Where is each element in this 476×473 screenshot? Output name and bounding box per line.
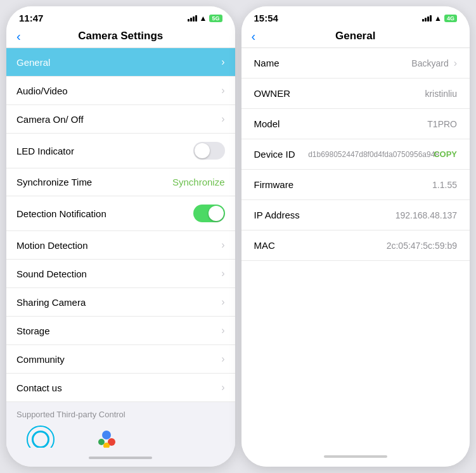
menu-item-general[interactable]: General › [6, 48, 235, 77]
menu-item-community[interactable]: Community › [6, 345, 235, 374]
menu-label-camera-onoff: Camera On/ Off [16, 114, 84, 125]
menu-label-led-indicator: LED Indicator [16, 146, 74, 156]
menu-label-motion: Motion Detection [16, 240, 88, 251]
chevron-icon-camera-onoff: › [221, 113, 224, 125]
home-bar-right [324, 455, 387, 458]
info-value-firmware: 1.1.55 [432, 180, 457, 190]
info-label-device-id: Device ID [254, 149, 295, 160]
google-item[interactable]: Google Assistant [78, 426, 135, 448]
svg-point-3 [98, 439, 105, 445]
battery-badge-left: 5G [209, 15, 222, 22]
chevron-icon-sharing: › [221, 296, 224, 308]
status-bar-left: 11:47 ▲ 5G [6, 6, 235, 26]
info-label-name: Name [254, 58, 280, 68]
menu-item-sharing[interactable]: Sharing Camera › [6, 288, 235, 317]
info-row-name[interactable]: Name Backyard › [241, 48, 470, 79]
menu-label-contact: Contact us [16, 382, 62, 393]
info-value-ip: 192.168.48.137 [396, 210, 457, 220]
menu-label-sound: Sound Detection [16, 268, 87, 279]
signal-icon-right [422, 15, 432, 22]
menu-item-motion[interactable]: Motion Detection › [6, 231, 235, 260]
chevron-icon-contact: › [221, 382, 224, 393]
right-phone: 15:54 ▲ 4G ‹ General Name Backyard › OWN… [241, 6, 470, 467]
detection-toggle[interactable] [193, 205, 225, 222]
toggle-knob-led [195, 143, 210, 158]
menu-label-sharing: Sharing Camera [16, 297, 86, 308]
status-icons-left: ▲ 5G [188, 14, 222, 23]
left-phone: 11:47 ▲ 5G ‹ Camera Settings General › A… [6, 6, 235, 467]
info-value-device-id: d1b698052447d8f0d4fda0750956a948 COPY [308, 149, 457, 159]
wifi-icon: ▲ [200, 14, 207, 23]
menu-label-general: General [16, 57, 50, 68]
info-list: Name Backyard › OWNER kristinliu Model T… [241, 48, 470, 445]
info-label-ip: IP Address [254, 210, 300, 220]
chevron-icon-sound: › [221, 268, 224, 279]
home-indicator-left [6, 448, 235, 467]
chevron-icon-name: › [454, 58, 457, 69]
sync-button[interactable]: Synchronize [172, 177, 225, 187]
info-value-owner: kristinliu [425, 89, 457, 99]
menu-item-sound[interactable]: Sound Detection › [6, 260, 235, 288]
svg-point-0 [102, 431, 111, 439]
info-row-ip: IP Address 192.168.48.137 [241, 200, 470, 230]
battery-badge-right: 4G [444, 15, 457, 22]
settings-list: General › Audio/Video › Camera On/ Off ›… [6, 48, 235, 448]
chevron-icon-motion: › [221, 239, 224, 251]
third-party-icons: Amazon Alexa Google Assistant [16, 426, 225, 448]
status-icons-right: ▲ 4G [422, 14, 457, 23]
menu-item-audio-video[interactable]: Audio/Video › [6, 77, 235, 105]
info-value-mac: 2c:05:47:5c:59:b9 [387, 241, 457, 251]
info-row-model: Model T1PRO [241, 109, 470, 139]
menu-label-storage: Storage [16, 325, 50, 336]
info-row-device-id: Device ID d1b698052447d8f0d4fda0750956a9… [241, 139, 470, 170]
menu-item-led-indicator[interactable]: LED Indicator [6, 134, 235, 168]
alexa-icon [27, 426, 55, 448]
back-button-right[interactable]: ‹ [252, 29, 256, 44]
menu-label-sync-time: Synchronize Time [16, 177, 92, 187]
menu-label-audio-video: Audio/Video [16, 85, 68, 96]
status-bar-right: 15:54 ▲ 4G [241, 6, 470, 26]
copy-button[interactable]: COPY [434, 149, 457, 159]
info-value-model: T1PRO [427, 119, 457, 129]
alexa-ring [32, 431, 49, 448]
info-label-firmware: Firmware [254, 179, 294, 190]
info-value-name: Backyard › [411, 58, 457, 69]
led-toggle[interactable] [193, 142, 225, 160]
nav-header-left: ‹ Camera Settings [6, 26, 235, 48]
menu-item-storage[interactable]: Storage › [6, 317, 235, 345]
toggle-knob-detection [209, 206, 224, 221]
page-title-right: General [335, 30, 375, 42]
menu-label-community: Community [16, 354, 65, 365]
info-label-model: Model [254, 118, 280, 129]
home-indicator-right [241, 445, 470, 467]
third-party-section: Supported Third-party Control Amazon Ale… [6, 402, 235, 448]
info-row-owner: OWNER kristinliu [241, 79, 470, 109]
chevron-icon-community: › [221, 353, 224, 365]
menu-item-sync-time[interactable]: Synchronize Time Synchronize [6, 168, 235, 196]
wifi-icon-right: ▲ [434, 14, 442, 23]
info-name-text: Backyard [411, 58, 448, 68]
info-label-owner: OWNER [254, 88, 291, 99]
signal-icon [188, 15, 197, 22]
menu-item-contact[interactable]: Contact us › [6, 374, 235, 402]
page-title-left: Camera Settings [78, 30, 163, 42]
nav-header-right: ‹ General [241, 26, 470, 48]
menu-label-detection: Detection Notification [16, 208, 106, 219]
chevron-icon-general: › [221, 56, 224, 68]
info-label-mac: MAC [254, 240, 275, 251]
info-row-firmware: Firmware 1.1.55 [241, 170, 470, 200]
info-row-mac: MAC 2c:05:47:5c:59:b9 [241, 230, 470, 261]
chevron-icon-audio-video: › [221, 85, 224, 96]
time-left: 11:47 [19, 13, 43, 23]
menu-item-camera-onoff[interactable]: Camera On/ Off › [6, 105, 235, 134]
alexa-item[interactable]: Amazon Alexa [16, 426, 65, 448]
back-button-left[interactable]: ‹ [16, 29, 21, 44]
device-id-text: d1b698052447d8f0d4fda0750956a948 [308, 150, 428, 159]
third-party-label: Supported Third-party Control [16, 410, 225, 419]
google-assistant-icon [93, 426, 120, 448]
time-right: 15:54 [254, 13, 278, 23]
chevron-icon-storage: › [221, 325, 224, 336]
home-bar-left [89, 457, 152, 459]
menu-item-detection[interactable]: Detection Notification [6, 196, 235, 231]
